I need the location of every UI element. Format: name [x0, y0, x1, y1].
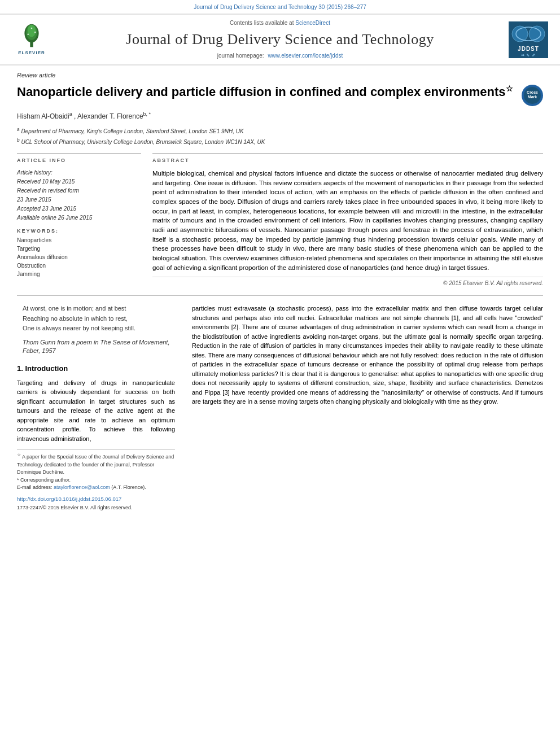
- footnote-email: E-mail address: ataylorflorence@aol.com …: [17, 484, 175, 492]
- contents-line: Contents lists available at ScienceDirec…: [60, 19, 500, 27]
- doi-link[interactable]: http://dx.doi.org/10.1016/j.jddst.2015.0…: [17, 496, 121, 502]
- keyword-4: Obstruction: [17, 262, 141, 270]
- svg-point-4: [27, 34, 29, 36]
- journal-citation: Journal of Drug Delivery Science and Tec…: [194, 4, 366, 10]
- svg-text:Mark: Mark: [528, 95, 537, 99]
- journal-header: ELSEVIER Contents lists available at Sci…: [0, 14, 560, 65]
- journal-logo-right: JDDST ⇒ ⇖ ⇗: [506, 21, 551, 58]
- journal-url-link[interactable]: www.elsevier.com/locate/jddst: [268, 53, 343, 59]
- jddst-logo-svg: JDDST ⇒ ⇖ ⇗: [509, 21, 548, 58]
- section1-paragraph1: Targeting and delivery of drugs in nanop…: [17, 378, 175, 444]
- title-star: ☆: [506, 84, 513, 93]
- footnote-section: ☆ A paper for the Special Issue of the J…: [17, 449, 175, 512]
- author2-sup: b, *: [143, 111, 151, 117]
- jddst-logo-icon: JDDST ⇒ ⇖ ⇗: [509, 21, 548, 58]
- abstract-col: ABSTRACT Multiple biological, chemical a…: [152, 153, 543, 287]
- quote-line-3: One is always nearer by not keeping stil…: [23, 324, 175, 334]
- svg-text:JDDST: JDDST: [518, 46, 539, 52]
- quote-work: The Sense of Movement: [100, 339, 168, 346]
- journal-citation-bar: Journal of Drug Delivery Science and Tec…: [0, 0, 560, 14]
- section1-label: Introduction: [25, 364, 68, 373]
- svg-point-5: [34, 32, 36, 33]
- section1-paragraph2: particles must extravasate (a stochastic…: [192, 304, 543, 407]
- quote-line-1: At worst, one is in motion; and at best: [23, 304, 175, 314]
- footnote-star-text: A paper for the Special Issue of the Jou…: [17, 454, 174, 475]
- author1-name: Hisham Al-Obaidi: [17, 112, 69, 120]
- article-title-main: Nanoparticle delivery and particle diffu…: [17, 85, 506, 99]
- section1-title: 1. Introduction: [17, 364, 175, 374]
- article-title-row: Nanoparticle delivery and particle diffu…: [17, 84, 543, 106]
- section1-number: 1.: [17, 364, 23, 373]
- article-history-label: Article history:: [17, 169, 141, 177]
- svg-point-6: [31, 28, 33, 29]
- elsevier-label: ELSEVIER: [18, 50, 45, 56]
- affiliation-a-text: Department of Pharmacy, King's College L…: [21, 128, 243, 134]
- available-date: Available online 26 June 2015: [17, 214, 141, 222]
- svg-text:Cross: Cross: [527, 90, 538, 94]
- quote-line-2: Reaching no absolute in which to rest,: [23, 314, 175, 324]
- quote-block: At worst, one is in motion; and at best …: [17, 304, 175, 334]
- quote-attribution-text: Thom Gunn from a poem in: [23, 339, 99, 346]
- article-type: Review article: [17, 71, 543, 80]
- keyword-2: Targeting: [17, 245, 141, 253]
- keyword-5: Jamming: [17, 270, 141, 278]
- journal-header-center: Contents lists available at ScienceDirec…: [60, 19, 500, 60]
- contents-text: Contents lists available at: [230, 20, 294, 26]
- journal-homepage: journal homepage: www.elsevier.com/locat…: [60, 52, 500, 60]
- issn-line: 1773-2247/© 2015 Elsevier B.V. All right…: [17, 504, 175, 512]
- accepted-date: Accepted 23 June 2015: [17, 205, 141, 213]
- authors-line: Hisham Al-Obaidia , Alexander T. Florenc…: [17, 111, 543, 121]
- copyright-line: © 2015 Elsevier B.V. All rights reserved…: [152, 277, 543, 287]
- journal-title: Journal of Drug Delivery Science and Tec…: [60, 29, 500, 50]
- keywords-section: Keywords: Nanoparticles Targeting Anomal…: [17, 228, 141, 279]
- elsevier-tree-icon: [18, 23, 46, 49]
- affiliation-a: a Department of Pharmacy, King's College…: [17, 126, 543, 136]
- crossmark-icon: Cross Mark: [522, 85, 543, 106]
- svg-point-3: [28, 25, 36, 37]
- svg-text:⇒ ⇖ ⇗: ⇒ ⇖ ⇗: [521, 53, 536, 57]
- history-label: Article history:: [17, 169, 53, 176]
- article-title-text: Nanoparticle delivery and particle diffu…: [17, 84, 516, 101]
- sciencedirect-link[interactable]: ScienceDirect: [295, 20, 330, 26]
- article-info-heading: ARTICLE INFO: [17, 157, 141, 164]
- affiliations: a Department of Pharmacy, King's College…: [17, 126, 543, 147]
- footnote-corresponding: * Corresponding author.: [17, 477, 175, 484]
- info-abstract-columns: ARTICLE INFO Article history: Received 1…: [17, 153, 543, 287]
- crossmark-badge: Cross Mark: [522, 85, 543, 106]
- footnote-star: ☆ A paper for the Special Issue of the J…: [17, 452, 175, 477]
- article-content: Review article Nanoparticle delivery and…: [0, 65, 560, 523]
- abstract-text: Multiple biological, chemical and physic…: [152, 169, 543, 272]
- body-columns: At worst, one is in motion; and at best …: [17, 304, 543, 512]
- abstract-heading: ABSTRACT: [152, 157, 543, 164]
- keyword-1: Nanoparticles: [17, 237, 141, 244]
- footnote-email-name: (A.T. Florence).: [111, 484, 146, 490]
- revised-date: 23 June 2015: [17, 196, 141, 204]
- quote-attribution: Thom Gunn from a poem in The Sense of Mo…: [17, 338, 175, 356]
- keywords-heading: Keywords:: [17, 228, 141, 235]
- author2-name: , Alexander T. Florence: [74, 112, 143, 120]
- doi-line: http://dx.doi.org/10.1016/j.jddst.2015.0…: [17, 495, 175, 503]
- revised-label: Received in revised form: [17, 187, 141, 195]
- section-divider: [17, 295, 543, 296]
- svg-point-9: [529, 26, 545, 42]
- footnote-email-label: E-mail address:: [17, 484, 53, 490]
- author-email-link[interactable]: ataylorflorence@aol.com: [54, 484, 110, 490]
- svg-point-8: [512, 26, 528, 42]
- left-body-col: At worst, one is in motion; and at best …: [17, 304, 175, 512]
- abstract-body: Multiple biological, chemical and physic…: [152, 170, 543, 271]
- article-info-col: ARTICLE INFO Article history: Received 1…: [17, 153, 141, 287]
- author1-sup: a: [69, 111, 72, 117]
- affiliation-b: b UCL School of Pharmacy, University Col…: [17, 137, 543, 146]
- page-wrapper: Journal of Drug Delivery Science and Tec…: [0, 0, 560, 747]
- footnote-corresponding-label: * Corresponding author.: [17, 477, 71, 483]
- keyword-3: Anomalous diffusion: [17, 254, 141, 261]
- elsevier-logo-area: ELSEVIER: [9, 23, 54, 56]
- affiliation-b-text: UCL School of Pharmacy, University Colle…: [21, 139, 265, 145]
- homepage-text: journal homepage:: [217, 53, 264, 59]
- right-body-col: particles must extravasate (a stochastic…: [192, 304, 543, 512]
- elsevier-logo: ELSEVIER: [18, 23, 46, 56]
- received-date: Received 10 May 2015: [17, 178, 141, 186]
